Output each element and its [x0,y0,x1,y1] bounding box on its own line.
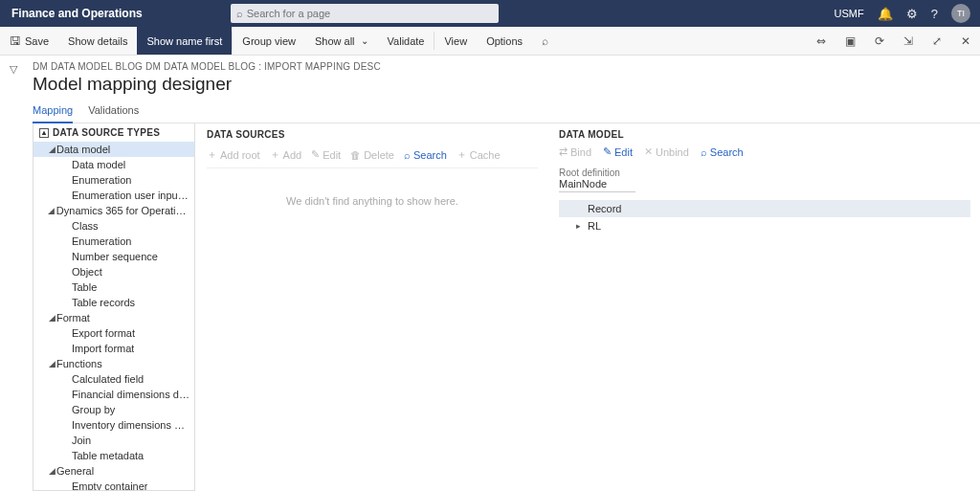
data-source-types-panel: ▴ DATA SOURCE TYPES ◢Data modelData mode… [33,123,195,491]
dm-row-label: Record [588,203,621,214]
group-view-button[interactable]: Group view [233,27,305,55]
tree-item[interactable]: Data model [33,157,194,172]
dm-row-label: RL [588,220,601,232]
toolbar-search-button[interactable]: ⌕ [532,27,558,55]
edit-button[interactable]: ✎ Edit [311,148,341,161]
tree-group[interactable]: ◢Format [33,310,194,325]
tree-item-label: Import format [72,343,134,354]
tree-item[interactable]: Table records [33,295,194,310]
search-dm-button[interactable]: ⌕ Search [701,146,744,158]
empty-state-text: We didn't find anything to show here. [207,168,538,207]
tree-item[interactable]: Empty container [33,479,194,491]
tree-item[interactable]: Import format [33,341,194,356]
tree-group[interactable]: ◢Dynamics 365 for Operations [33,203,194,218]
tree-group[interactable]: ◢Data model [33,142,194,157]
tree-item[interactable]: Enumeration user input parameter [33,188,194,203]
user-avatar[interactable]: TI [951,4,970,23]
root-definition-value[interactable]: MainNode [559,178,635,192]
expand-icon[interactable]: ◢ [47,206,56,215]
data-sources-header: DATA SOURCES [207,123,538,144]
expand-icon[interactable]: ◢ [47,313,56,323]
bell-icon[interactable]: 🔔 [878,7,893,21]
tree-item-label: Enumeration user input parameter [72,190,190,201]
tree-item-label: Table metadata [72,450,144,461]
save-button[interactable]: 🖫Save [0,27,58,55]
collapse-all-icon[interactable]: ▴ [39,128,49,138]
bind-button[interactable]: ⇄ Bind [559,145,591,158]
page-title: Model mapping designer [33,74,980,95]
show-name-first-label: Show name first [146,35,222,47]
search-button[interactable]: ⌕ Search [404,149,447,161]
expand-icon[interactable]: ◢ [47,359,56,368]
tree-item[interactable]: Enumeration [33,172,194,188]
tree-item-label: Table records [72,297,135,308]
delete-button[interactable]: 🗑 Delete [350,149,394,161]
show-details-button[interactable]: Show details [58,27,137,55]
tree-item[interactable]: Object [33,264,194,279]
options-label: Options [486,35,523,47]
tree-item[interactable]: Table metadata [33,448,194,463]
tree-item-label: Export format [72,327,135,339]
options-button[interactable]: Options [477,27,532,55]
add-button[interactable]: ＋ Add [270,147,302,162]
global-search[interactable]: ⌕ [231,4,499,23]
office-icon[interactable]: ▣ [835,27,865,55]
company-code[interactable]: USMF [835,8,864,19]
tree-item-label: Class [72,220,99,232]
tree-item[interactable]: Class [33,218,194,234]
refresh-icon[interactable]: ⟳ [865,27,894,55]
cache-button[interactable]: ＋ Cache [457,147,501,162]
tree-group[interactable]: ◢Functions [33,356,194,371]
view-button[interactable]: View [434,27,477,55]
tab-validations[interactable]: Validations [88,100,139,123]
expand-icon[interactable]: ⤢ [923,27,951,55]
tree-group-label: Data model [56,144,110,155]
show-all-label: Show all [315,35,355,47]
expand-icon[interactable]: ◢ [47,466,56,476]
tree-item-label: Object [72,266,102,278]
tree-item[interactable]: Export format [33,325,194,341]
tree-item[interactable]: Enumeration [33,234,194,249]
content-tabs: Mapping Validations [33,100,980,123]
help-icon[interactable]: ? [931,7,938,21]
global-search-input[interactable] [247,8,493,19]
tree-item[interactable]: Number sequence [33,249,194,264]
data-model-header: DATA MODEL [559,123,970,144]
action-toolbar: 🖫Save Show details Show name first Group… [0,27,980,56]
breadcrumb: DM DATA MODEL BLOG DM DATA MODEL BLOG : … [33,61,980,74]
show-all-dropdown[interactable]: Show all [305,27,378,55]
tree-item[interactable]: Join [33,433,194,448]
link-icon[interactable]: ⇔ [807,27,835,55]
tree-group[interactable]: ◢General [33,463,194,479]
tree-item[interactable]: Group by [33,402,194,417]
dm-row[interactable]: Record [559,200,970,217]
tree-item-label: Inventory dimensions details [72,419,190,431]
funnel-icon[interactable]: ▽ [10,63,17,491]
tree-item-label: Financial dimensions details [72,389,190,400]
tree-item-label: Table [72,281,97,293]
tree-item[interactable]: Table [33,279,194,295]
tree-group-label: General [56,465,94,477]
tab-mapping[interactable]: Mapping [33,100,73,123]
unbind-button[interactable]: ⨯ Unbind [644,145,689,158]
tree-group-label: Dynamics 365 for Operations [56,205,190,216]
edit-dm-button[interactable]: ✎ Edit [603,145,633,158]
tree-item-label: Enumeration [72,235,131,247]
tree-item[interactable]: Financial dimensions details [33,387,194,402]
close-icon[interactable]: ✕ [951,27,980,55]
validate-button[interactable]: Validate [378,27,434,55]
popout-icon[interactable]: ⇲ [894,27,923,55]
tree-item-label: Enumeration [72,174,131,186]
tree-group-label: Functions [56,358,102,369]
tree-item[interactable]: Inventory dimensions details [33,417,194,433]
tree-item[interactable]: Calculated field [33,371,194,387]
tree-item-label: Empty container [72,480,147,491]
gear-icon[interactable]: ⚙ [906,7,918,21]
add-root-button[interactable]: ＋ Add root [207,147,260,162]
show-name-first-button[interactable]: Show name first [137,27,232,55]
dm-row[interactable]: ▸RL [559,217,970,234]
expand-icon[interactable]: ▸ [576,221,588,231]
search-icon: ⌕ [236,8,243,19]
expand-icon[interactable]: ◢ [47,145,56,154]
root-definition-label: Root definition [559,167,970,178]
